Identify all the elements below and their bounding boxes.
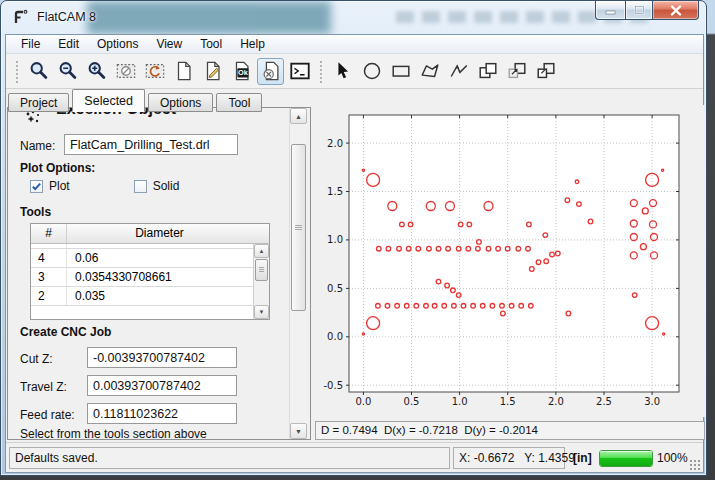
svg-text:1.5: 1.5 bbox=[327, 186, 343, 197]
menu-file[interactable]: File bbox=[12, 35, 49, 53]
excellon-object-panel: Excellon Object Name: Plot Options: Plot… bbox=[7, 107, 311, 440]
edit-file-icon bbox=[202, 60, 224, 82]
union-button[interactable] bbox=[474, 58, 501, 85]
title-bar[interactable]: FlatCAM 8 bbox=[1, 1, 706, 34]
minimize-icon bbox=[605, 6, 617, 15]
union-icon bbox=[477, 60, 499, 82]
scroll-down-icon[interactable]: ▼ bbox=[254, 305, 269, 319]
checkbox-label: Solid bbox=[153, 179, 180, 193]
column-number[interactable]: # bbox=[31, 224, 67, 243]
column-diameter[interactable]: Diameter bbox=[67, 224, 252, 243]
table-scroll-thumb[interactable] bbox=[255, 259, 268, 281]
cnc-fields: Cut Z:Travel Z:Feed rate: bbox=[20, 342, 300, 426]
draw-circle-button[interactable] bbox=[358, 58, 385, 85]
minimize-button[interactable] bbox=[595, 1, 625, 20]
tab-tool[interactable]: Tool bbox=[216, 93, 262, 112]
zoom-in-button[interactable] bbox=[83, 58, 110, 85]
menu-options[interactable]: Options bbox=[88, 35, 147, 53]
svg-text:2.0: 2.0 bbox=[548, 396, 564, 407]
select-arrow-button[interactable] bbox=[329, 58, 356, 85]
edit-file-button[interactable] bbox=[199, 58, 226, 85]
maximize-icon bbox=[634, 5, 645, 15]
field-input[interactable] bbox=[87, 375, 237, 396]
cnc-field: Travel Z: bbox=[20, 370, 300, 398]
zoom-out-button[interactable] bbox=[54, 58, 81, 85]
units-label: [in] bbox=[573, 451, 592, 465]
measure-readout: D = 0.7494 D(x) = -0.7218 D(y) = -0.2014 bbox=[315, 421, 705, 440]
tools-table: # Diameter 40.0630.035433070866120.035 ▲… bbox=[30, 223, 270, 320]
svg-text:1.0: 1.0 bbox=[327, 234, 343, 245]
scroll-up-icon[interactable]: ▲ bbox=[254, 244, 269, 258]
field-label: Cut Z: bbox=[20, 352, 53, 366]
zoom-fit-icon bbox=[28, 60, 50, 82]
zoom-fit-button[interactable] bbox=[25, 58, 52, 85]
zoom-in-icon bbox=[86, 60, 108, 82]
tab-options[interactable]: Options bbox=[148, 93, 213, 112]
tool-row[interactable]: 40.06 bbox=[31, 249, 253, 268]
clear-plot-icon bbox=[115, 60, 137, 82]
draw-path-button[interactable] bbox=[445, 58, 472, 85]
move-copy-button[interactable] bbox=[503, 58, 530, 85]
close-icon bbox=[670, 5, 682, 16]
new-file-icon bbox=[173, 60, 195, 82]
toolbar: Ok bbox=[6, 54, 703, 89]
tab-project[interactable]: Project bbox=[8, 93, 69, 112]
draw-polygon-button[interactable] bbox=[416, 58, 443, 85]
svg-text:2.5: 2.5 bbox=[596, 396, 612, 407]
name-label: Name: bbox=[20, 139, 55, 153]
svg-text:3.0: 3.0 bbox=[644, 396, 660, 407]
field-label: Feed rate: bbox=[20, 408, 75, 422]
menu-edit[interactable]: Edit bbox=[49, 35, 88, 53]
tool-row[interactable]: 30.0354330708661 bbox=[31, 268, 253, 287]
cnc-job-label: Create CNC Job bbox=[20, 325, 111, 339]
tools-label: Tools bbox=[20, 205, 51, 219]
tool-row[interactable]: 20.035 bbox=[31, 287, 253, 306]
shell-button[interactable] bbox=[286, 58, 313, 85]
solid-checkbox[interactable]: Solid bbox=[134, 179, 180, 193]
plot-checkbox[interactable]: Plot bbox=[30, 179, 70, 193]
svg-text:1.5: 1.5 bbox=[500, 396, 516, 407]
panel-scrollbar[interactable]: ▲ ▼ bbox=[289, 108, 307, 439]
duplicate-button[interactable] bbox=[532, 58, 559, 85]
desktop: { "window": { "title": "FlatCAM 8", "con… bbox=[0, 0, 715, 480]
cnc-field: Cut Z: bbox=[20, 342, 300, 370]
maximize-button[interactable] bbox=[625, 1, 653, 20]
tab-selected[interactable]: Selected bbox=[72, 89, 145, 112]
draw-circle-icon bbox=[361, 60, 383, 82]
field-input[interactable] bbox=[87, 403, 237, 424]
toolbar-grip bbox=[14, 59, 20, 83]
field-input[interactable] bbox=[87, 347, 237, 368]
window-controls bbox=[595, 1, 699, 20]
menu-help[interactable]: Help bbox=[231, 35, 274, 53]
tools-table-body: 40.0630.035433070866120.035 bbox=[31, 244, 253, 319]
status-bar: Defaults saved. X: -0.6672 Y: 1.4359 [in… bbox=[6, 442, 703, 473]
menu-tool[interactable]: Tool bbox=[191, 35, 231, 53]
status-message: Defaults saved. bbox=[9, 447, 450, 469]
draw-path-icon bbox=[448, 60, 470, 82]
draw-rectangle-button[interactable] bbox=[387, 58, 414, 85]
draw-rectangle-icon bbox=[390, 60, 412, 82]
ok-file-button[interactable]: Ok bbox=[228, 58, 255, 85]
clear-plot-button[interactable] bbox=[112, 58, 139, 85]
panel-scroll-down-icon[interactable]: ▼ bbox=[290, 423, 307, 439]
close-button[interactable] bbox=[653, 1, 699, 20]
replot-icon bbox=[144, 60, 166, 82]
flatcam-logo-icon bbox=[12, 8, 30, 26]
tab-bar: ProjectSelectedOptionsTool bbox=[6, 89, 703, 112]
tools-table-header: # Diameter bbox=[31, 224, 269, 244]
name-input[interactable] bbox=[64, 134, 238, 155]
progress-fill bbox=[600, 451, 652, 466]
panel-scroll-thumb[interactable] bbox=[291, 144, 306, 311]
new-file-button[interactable] bbox=[170, 58, 197, 85]
svg-text:1.0: 1.0 bbox=[452, 396, 468, 407]
plot-canvas[interactable]: 0.00.51.01.52.02.53.0-0.50.00.51.01.52.0 bbox=[315, 105, 707, 417]
checkbox-label: Plot bbox=[49, 179, 70, 193]
cancel-file-button[interactable] bbox=[257, 58, 284, 85]
desktop-glass-blob bbox=[87, 1, 331, 34]
replot-button[interactable] bbox=[141, 58, 168, 85]
tool-diameter: 0.06 bbox=[67, 249, 253, 267]
table-scrollbar[interactable]: ▲ ▼ bbox=[253, 244, 269, 319]
menu-view[interactable]: View bbox=[147, 35, 191, 53]
resize-grip[interactable] bbox=[689, 459, 701, 471]
tools-hint: Select from the tools section above bbox=[20, 427, 207, 440]
